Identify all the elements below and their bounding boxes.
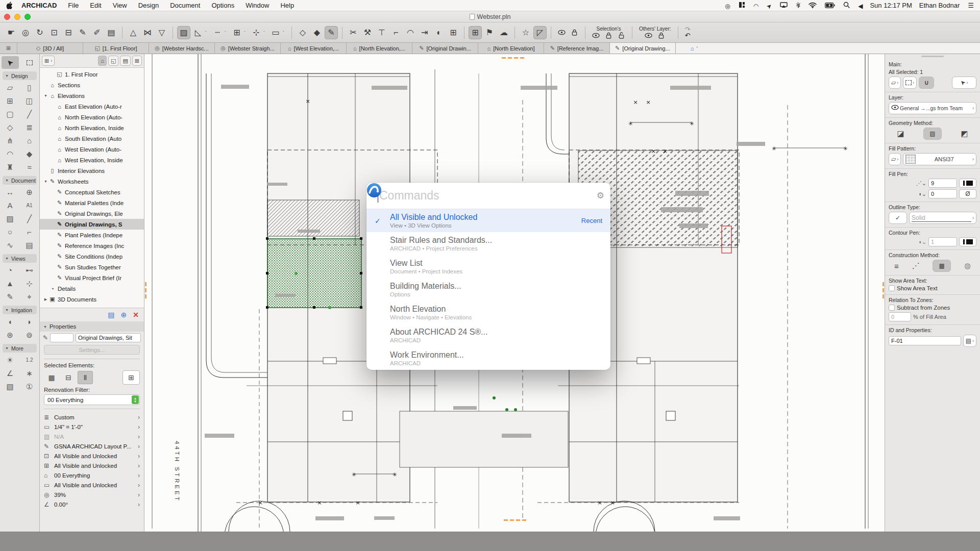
menu-options[interactable]: Options bbox=[211, 2, 234, 9]
figure-tool[interactable]: ▧ bbox=[2, 380, 19, 393]
beam-tool[interactable]: ╱ bbox=[21, 108, 38, 120]
section-tool[interactable]: ▲ bbox=[2, 277, 19, 290]
adjust-icon[interactable]: ⚒ bbox=[361, 26, 374, 39]
menu-window[interactable]: Window bbox=[246, 2, 269, 9]
edit-selection-icon[interactable]: ⊞ bbox=[469, 26, 482, 39]
tab-0[interactable]: ◇[3D / All] bbox=[17, 43, 83, 54]
name-field[interactable]: Original Drawings, Sit bbox=[76, 333, 141, 342]
tree-item-12[interactable]: ✎Material Palettes (Inde bbox=[40, 197, 144, 208]
quick-option-fill-display-option[interactable]: ▨N/A› bbox=[40, 432, 144, 441]
fill-category-button[interactable]: ▱› bbox=[889, 153, 901, 165]
markup-cloud-icon[interactable]: ☁ bbox=[497, 26, 510, 39]
quad-view-button[interactable]: ⊞ bbox=[0, 43, 17, 54]
circle-tool[interactable]: ○ bbox=[2, 226, 19, 238]
subtract-zones-checkbox[interactable] bbox=[889, 305, 895, 311]
renovation-filter-select[interactable]: 00 Everything ▲▼ bbox=[44, 394, 140, 405]
pick-up-parameters-icon[interactable]: ✎ bbox=[76, 26, 89, 39]
quick-option-model-view-option[interactable]: ⊡All Visible and Unlocked› bbox=[40, 451, 144, 461]
slab-tool[interactable]: ◇ bbox=[2, 121, 19, 134]
lock-others-icon[interactable] bbox=[657, 32, 665, 39]
spline-tool[interactable]: ∿ bbox=[2, 239, 19, 252]
previous-view-icon[interactable]: △ bbox=[127, 26, 140, 39]
settings-button[interactable]: Settings... bbox=[44, 345, 140, 355]
tree-item-8[interactable]: ⌂West Elevation, Inside bbox=[40, 155, 144, 165]
construction-linear-icon[interactable]: ≡ bbox=[894, 262, 899, 270]
outline-type-select[interactable]: Solid › bbox=[909, 212, 976, 224]
tree-item-21[interactable]: ▶▣3D Documents bbox=[40, 294, 144, 305]
tree-item-16[interactable]: ✎Reference Images (Inc bbox=[40, 240, 144, 251]
arrow-mode-button[interactable]: ➤› bbox=[952, 77, 976, 89]
tab-4[interactable]: ⌂[West Elevation,... bbox=[281, 43, 347, 54]
tree-item-14[interactable]: ✎Original Drawings, S bbox=[40, 219, 144, 230]
geometry-rotated-icon[interactable]: ◩ bbox=[961, 129, 968, 138]
battery-icon[interactable] bbox=[825, 3, 835, 8]
pipes-tool[interactable]: ◗ bbox=[21, 315, 38, 328]
palette-result-5[interactable]: About ARCHICAD 24 S®...ARCHICAD bbox=[366, 324, 610, 347]
contour-pen-input[interactable]: 1 bbox=[928, 237, 957, 246]
tree-item-6[interactable]: ⌂South Elevation (Auto bbox=[40, 133, 144, 144]
menu-extras-icon[interactable]: ☰ bbox=[968, 2, 974, 9]
marker-tool[interactable]: ① bbox=[21, 380, 38, 393]
fill-tool[interactable]: ▨ bbox=[2, 212, 19, 225]
palette-result-6[interactable]: Work Environment...ARCHICAD bbox=[366, 347, 610, 370]
infobox-drag-handle[interactable] bbox=[921, 56, 944, 57]
snap-guides-icon[interactable]: ┄ bbox=[211, 26, 224, 39]
element-folder-button[interactable]: ⊞ bbox=[122, 370, 140, 385]
menu-edit[interactable]: Edit bbox=[90, 2, 101, 9]
quick-option-zoom-level[interactable]: ◎39%› bbox=[40, 490, 144, 499]
menu-file[interactable]: File bbox=[68, 2, 79, 9]
navigator-settings-icon[interactable]: ▤ bbox=[108, 311, 114, 319]
menu-clock[interactable]: Sun 12:17 PM bbox=[870, 2, 912, 9]
quick-option-pen-set[interactable]: ✎GSNA ARCHICAD Layout P...› bbox=[40, 441, 144, 451]
next-view-icon[interactable]: ▽ bbox=[155, 26, 168, 39]
properties-header[interactable]: ▼Properties bbox=[40, 321, 144, 332]
palette-result-2[interactable]: View ListDocument • Project Indexes bbox=[366, 255, 610, 278]
sprinkler-tool[interactable]: ⊛ bbox=[2, 329, 19, 341]
project-map-button[interactable]: ⌂ bbox=[98, 56, 107, 66]
outline-toggle-button[interactable]: ✓ bbox=[889, 212, 907, 224]
lamp-tool[interactable]: ☀ bbox=[2, 354, 19, 366]
tab-6[interactable]: ✎[Original Drawin... bbox=[412, 43, 478, 54]
quick-option-graphic-override[interactable]: ⊞All Visible and Unlocked› bbox=[40, 461, 144, 470]
spotlight-icon[interactable] bbox=[843, 2, 850, 8]
dimension-tool[interactable]: ↔ bbox=[2, 186, 19, 198]
project-chooser-button[interactable]: ⊞› bbox=[42, 56, 55, 66]
text-tool[interactable]: A bbox=[2, 199, 19, 212]
polyline-tool[interactable]: ⌐ bbox=[21, 226, 38, 238]
align-icon[interactable]: ⊤ bbox=[375, 26, 388, 39]
morph-tool[interactable]: ◆ bbox=[21, 147, 38, 160]
show-others-icon[interactable] bbox=[645, 32, 652, 39]
edit-nodes-icon[interactable]: ✎ bbox=[325, 26, 338, 39]
emitter-tool[interactable]: ⊚ bbox=[21, 329, 38, 341]
tab-9[interactable]: ✎[Original Drawing... bbox=[610, 43, 676, 54]
measure-icon[interactable]: ▤ bbox=[105, 26, 118, 39]
quick-option-layer-combination[interactable]: ≣Custom› bbox=[40, 412, 144, 422]
tab-7[interactable]: ⌂[North Elevation] bbox=[478, 43, 544, 54]
publisher-button[interactable]: ⊞ bbox=[132, 56, 142, 66]
tree-item-7[interactable]: ⌂West Elevation (Auto- bbox=[40, 144, 144, 155]
palette-result-3[interactable]: Building Materials...Options bbox=[366, 278, 610, 301]
tab-5[interactable]: ⌂[North Elevation,... bbox=[347, 43, 412, 54]
wall-element-button[interactable]: ▦ bbox=[44, 371, 59, 384]
wall-tool[interactable]: ▱ bbox=[2, 81, 19, 94]
construction-hatch-icon[interactable]: ⋰ bbox=[912, 261, 919, 270]
split-icon[interactable]: ✂ bbox=[347, 26, 360, 39]
delete-viewpoint-icon[interactable]: ✕ bbox=[133, 311, 139, 319]
id-properties-button[interactable]: ▤› bbox=[963, 335, 976, 347]
equipment-element-button[interactable]: ⊟ bbox=[61, 371, 76, 384]
input-source-icon[interactable]: ◀ bbox=[858, 3, 863, 10]
mesh-tool[interactable]: ≈ bbox=[21, 161, 38, 173]
tab-1[interactable]: ◱[1. First Floor] bbox=[83, 43, 149, 54]
ide-tool[interactable]: ⊹ bbox=[21, 277, 38, 290]
quick-option-orientation[interactable]: ∠0.00°› bbox=[40, 499, 144, 509]
inject-parameters-icon[interactable]: ✐ bbox=[90, 26, 104, 39]
tree-item-17[interactable]: ✎Site Conditions (Indep bbox=[40, 251, 144, 262]
corner-window-tool[interactable]: ◫ bbox=[21, 94, 38, 107]
window-tool[interactable]: ⊞ bbox=[2, 94, 19, 107]
arrow-tool[interactable]: ➤ bbox=[2, 56, 19, 69]
menu-design[interactable]: Design bbox=[138, 2, 159, 9]
level-dimension-tool[interactable]: ⊕ bbox=[21, 186, 38, 198]
unlock-selection-icon[interactable] bbox=[618, 32, 625, 39]
frame-display-icon[interactable]: ▭ bbox=[269, 26, 282, 39]
tree-item-18[interactable]: ✎Sun Studies Together bbox=[40, 262, 144, 272]
